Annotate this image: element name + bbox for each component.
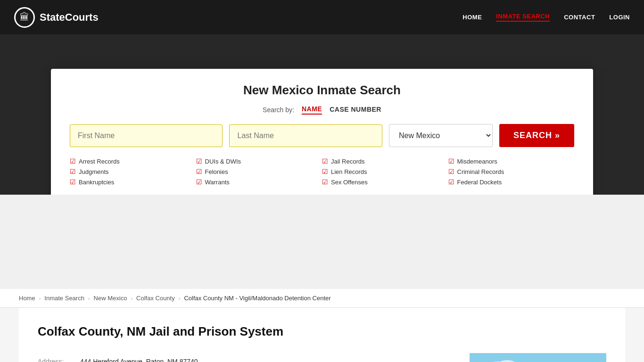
checkbox-felonies: ☑ Felonies [196, 168, 322, 175]
logo-link[interactable]: 🏛 StateCourts [14, 7, 99, 28]
nav-inmate-search[interactable]: INMATE SEARCH [496, 13, 550, 22]
breadcrumb-inmate-search[interactable]: Inmate Search [44, 295, 84, 302]
modal-title: New Mexico Inmate Search [70, 83, 574, 98]
nav-home[interactable]: HOME [462, 14, 482, 21]
breadcrumb-sep-2: › [88, 296, 90, 301]
breadcrumb-sep-1: › [39, 296, 41, 301]
facility-title: Colfax County, NM Jail and Prison System [38, 324, 606, 339]
main-content: Colfax County, NM Jail and Prison System… [0, 308, 644, 362]
facility-info-table: Address: 444 Hereford Avenue, Raton, NM … [38, 353, 455, 362]
checkbox-arrest-records: ☑ Arrest Records [70, 157, 196, 165]
check-icon: ☑ [70, 178, 76, 186]
state-select[interactable]: New Mexico [389, 124, 493, 147]
last-name-input[interactable] [229, 124, 382, 147]
checkbox-duis: ☑ DUIs & DWIs [196, 157, 322, 165]
hero-section: COURTHOUSE New Mexico Inmate Search Sear… [0, 34, 644, 195]
breadcrumb: Home › Inmate Search › New Mexico › Colf… [0, 289, 644, 308]
site-header: 🏛 StateCourts HOME INMATE SEARCH CONTACT… [0, 0, 644, 34]
checkbox-jail-records: ☑ Jail Records [322, 157, 448, 165]
search-by-label: Search by: [263, 106, 294, 114]
breadcrumb-current: Colfax County NM - Vigil/Maldonado Deten… [184, 295, 330, 302]
nav-login[interactable]: LOGIN [609, 14, 630, 21]
check-icon: ☑ [196, 157, 202, 165]
check-icon: ☑ [196, 168, 202, 175]
checkbox-col-2: ☑ DUIs & DWIs ☑ Felonies ☑ Warrants [196, 157, 322, 186]
checkbox-misdemeanors: ☑ Misdemeanors [448, 157, 575, 165]
check-icon: ☑ [196, 178, 202, 186]
svg-rect-0 [470, 353, 606, 362]
facility-card: Colfax County, NM Jail and Prison System… [19, 308, 625, 362]
checkbox-sex-offenses: ☑ Sex Offenses [322, 178, 448, 186]
checkboxes-row: ☑ Arrest Records ☑ Judgments ☑ Bankruptc… [70, 157, 574, 186]
check-icon: ☑ [448, 178, 454, 186]
logo-text: StateCourts [40, 11, 99, 24]
address-value: 444 Hereford Avenue, Raton, NM 87740 [80, 358, 198, 362]
check-icon: ☑ [322, 168, 328, 175]
main-nav: HOME INMATE SEARCH CONTACT LOGIN [462, 13, 630, 22]
check-icon: ☑ [448, 168, 454, 175]
checkbox-criminal-records: ☑ Criminal Records [448, 168, 575, 175]
tab-case-number[interactable]: CASE NUMBER [330, 106, 381, 114]
search-button[interactable]: SEARCH » [499, 124, 574, 147]
check-icon: ☑ [70, 157, 76, 165]
search-inputs-row: New Mexico SEARCH » [70, 124, 574, 147]
checkbox-warrants: ☑ Warrants [196, 178, 322, 186]
breadcrumb-home[interactable]: Home [19, 295, 35, 302]
breadcrumb-sep-3: › [131, 296, 132, 301]
breadcrumb-colfax-county[interactable]: Colfax County [136, 295, 175, 302]
check-icon: ☑ [322, 157, 328, 165]
logo-icon: 🏛 [14, 7, 35, 28]
checkbox-bankruptcies: ☑ Bankruptcies [70, 178, 196, 186]
checkbox-federal-dockets: ☑ Federal Dockets [448, 178, 575, 186]
breadcrumb-sep-4: › [179, 296, 181, 301]
checkbox-col-3: ☑ Jail Records ☑ Lien Records ☑ Sex Offe… [322, 157, 448, 186]
breadcrumb-new-mexico[interactable]: New Mexico [94, 295, 127, 302]
address-row: Address: 444 Hereford Avenue, Raton, NM … [38, 353, 455, 362]
checkbox-judgments: ☑ Judgments [70, 168, 196, 175]
search-modal: New Mexico Inmate Search Search by: NAME… [51, 69, 593, 195]
search-by-row: Search by: NAME CASE NUMBER [70, 105, 574, 115]
checkbox-col-1: ☑ Arrest Records ☑ Judgments ☑ Bankruptc… [70, 157, 196, 186]
checkbox-col-4: ☑ Misdemeanors ☑ Criminal Records ☑ Fede… [448, 157, 575, 186]
address-label: Address: [38, 358, 80, 362]
check-icon: ☑ [70, 168, 76, 175]
tab-name[interactable]: NAME [302, 105, 322, 115]
facility-image [470, 353, 606, 362]
checkbox-lien-records: ☑ Lien Records [322, 168, 448, 175]
nav-contact[interactable]: CONTACT [564, 14, 595, 21]
info-layout: Address: 444 Hereford Avenue, Raton, NM … [38, 353, 606, 362]
check-icon: ☑ [322, 178, 328, 186]
check-icon: ☑ [448, 157, 454, 165]
first-name-input[interactable] [70, 124, 223, 147]
